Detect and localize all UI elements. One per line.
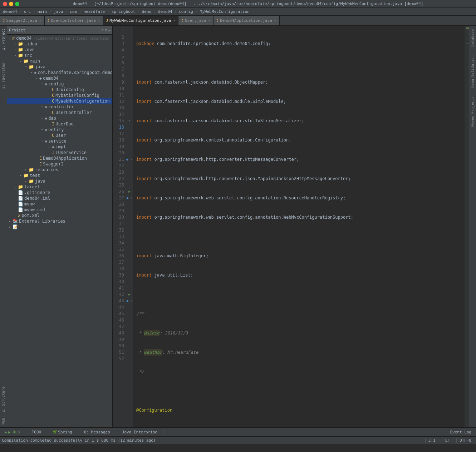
- tree-item-target[interactable]: ▸ 📁 target: [7, 184, 112, 190]
- tree-item-java[interactable]: ▾ 📁 java: [7, 64, 112, 70]
- tree-item-mvn[interactable]: ▸ 📁 .mvn: [7, 47, 112, 53]
- tab-close-icon[interactable]: ×: [274, 19, 276, 23]
- tree-item-main[interactable]: ▾ 📁 main: [7, 58, 112, 64]
- settings-icon[interactable]: ⚙: [105, 28, 107, 33]
- tree-item-iuserservice[interactable]: ▸ I IUserService: [7, 150, 112, 155]
- tree-item-mywebmvcconfiguration[interactable]: ▸ C MyWebMvcConfiguration: [7, 98, 112, 104]
- breadcrumb-demo[interactable]: demo: [141, 9, 153, 14]
- encoding: UTF-8: [456, 438, 474, 443]
- tree-item-external-libraries[interactable]: ▸ 📚 External Libraries: [7, 218, 112, 224]
- tree-item-package[interactable]: ▾ ◈ com.heardfate.springboot.demo: [7, 70, 112, 75]
- close-sidebar-icon[interactable]: —: [108, 28, 111, 33]
- enterprise-label: Java Enterprise: [122, 430, 157, 434]
- minimize-button[interactable]: [9, 2, 13, 6]
- tree-label: .gitignore: [24, 190, 50, 195]
- tree-item-gitignore[interactable]: ▸ 📄 .gitignore: [7, 190, 112, 195]
- tree-item-swagger2[interactable]: ▸ C Swagger2: [7, 161, 112, 167]
- breadcrumb-demo04-pkg[interactable]: demo04: [157, 9, 173, 14]
- expand-arrow: ▸: [48, 145, 52, 149]
- separator: [116, 429, 116, 435]
- tab-bar: J Swagger2.java × J UserController.java …: [0, 16, 476, 26]
- sync-icon[interactable]: ⟳: [100, 28, 104, 33]
- tree-item-mybatisplusconfig[interactable]: ▸ C MybatisPlusConfig: [7, 93, 112, 98]
- sidebar-tools: ⟳ ⚙ —: [100, 28, 111, 33]
- tree-item-src[interactable]: ▾ 📁 src: [7, 53, 112, 58]
- breadcrumb-java[interactable]: java: [53, 9, 64, 14]
- web-tab[interactable]: Web: [1, 415, 6, 427]
- bean-validation-tab[interactable]: Bean Validation: [471, 54, 475, 89]
- tree-item-demo04-pkg[interactable]: ▾ ◈ demo04: [7, 75, 112, 81]
- tree-item-entity[interactable]: ▾ ◈ entity: [7, 127, 112, 133]
- tree-item-controller[interactable]: ▾ ◈ controller: [7, 104, 112, 110]
- breadcrumb-demo04[interactable]: demo04: [2, 9, 18, 14]
- tab-mywebmvcconfiguration[interactable]: J MyWebMvcConfiguration.java ×: [103, 16, 179, 25]
- tab-usercontroller[interactable]: J UserController.java ×: [45, 16, 103, 25]
- error-mark: [466, 28, 469, 29]
- breadcrumb-main[interactable]: main: [36, 9, 48, 14]
- tree-item-dao[interactable]: ▾ ◈ dao: [7, 115, 112, 121]
- tree-item-demo04[interactable]: ▾ ◫ demo04 ~/IdeaProjects/springboot-dem…: [7, 35, 112, 41]
- tree-label: UserDao: [55, 121, 74, 126]
- event-log-tab[interactable]: Event Log: [447, 429, 474, 435]
- code-line: */: [136, 368, 461, 375]
- tree-item-idea[interactable]: ▸ 📁 .idea: [7, 41, 112, 47]
- code-editor[interactable]: 12345 678910 1112131415 1617181920 21222…: [113, 26, 469, 427]
- tree-item-user[interactable]: ▸ C User: [7, 133, 112, 138]
- tab-close-icon[interactable]: ×: [173, 19, 175, 23]
- structure-tab[interactable]: Z: Structure: [1, 384, 6, 415]
- tree-label: .idea: [24, 41, 37, 46]
- breadcrumb-config[interactable]: config: [178, 9, 194, 14]
- project-tab[interactable]: 1: Project: [1, 26, 6, 53]
- tree-item-mvnw-cmd[interactable]: ▸ 📄 mvnw.cmd: [7, 207, 112, 213]
- tree-item-druidconfig[interactable]: ▸ C DruidConfig: [7, 87, 112, 93]
- code-content[interactable]: package com.heardfate.springboot.demo.de…: [133, 26, 465, 427]
- breadcrumb-src[interactable]: src: [23, 9, 32, 14]
- expand-arrow: ▾: [41, 128, 45, 131]
- package-icon: ◈: [39, 76, 42, 81]
- tree-item-usercontroller[interactable]: ▸ C UserController: [7, 110, 112, 115]
- warning-mark: [466, 44, 469, 44]
- favorites-tab[interactable]: 2: Favorites: [1, 60, 6, 91]
- maven-projects-tab[interactable]: Maven Projects: [471, 95, 475, 128]
- spring-tab[interactable]: 🌿 Spring: [50, 429, 75, 435]
- folder-icon: 📁: [18, 41, 23, 46]
- run-tab[interactable]: ▶ ▶ Run: [2, 429, 23, 435]
- tab-close-icon[interactable]: ×: [208, 19, 211, 23]
- code-line: package com.heardfate.springboot.demo.de…: [136, 40, 461, 47]
- expand-arrow: ▸: [25, 179, 29, 183]
- tree-item-resources[interactable]: ▸ 📁 resources: [7, 167, 112, 173]
- todo-tab[interactable]: TODO: [29, 429, 44, 435]
- tree-item-test[interactable]: ▾ 📁 test: [7, 173, 112, 178]
- enterprise-tab[interactable]: Java Enterprise: [119, 429, 160, 435]
- tree-item-service[interactable]: ▾ ◈ service: [7, 138, 112, 144]
- breadcrumb-heardfate[interactable]: heardfate: [83, 9, 106, 14]
- maximize-button[interactable]: [15, 2, 19, 6]
- tab-user[interactable]: J User.java ×: [178, 16, 214, 25]
- breadcrumb-springboot[interactable]: springboot: [111, 9, 136, 14]
- tree-item-scratches[interactable]: ▸ 📝: [7, 224, 112, 230]
- tree-item-mvnw[interactable]: ▸ 📄 mvnw: [7, 201, 112, 207]
- tree-item-demo04-iml[interactable]: ▸ 📄 demo04.iml: [7, 195, 112, 201]
- code-line: [136, 291, 461, 298]
- messages-tab[interactable]: 0: Messages: [81, 429, 113, 435]
- messages-label: 0: Messages: [84, 430, 110, 434]
- tree-item-config[interactable]: ▾ ◈ config: [7, 81, 112, 87]
- tree-item-pom[interactable]: ▸ ✗ pom.xml: [7, 213, 112, 218]
- expand-arrow: ▾: [9, 36, 13, 40]
- breadcrumb-com[interactable]: com: [69, 9, 78, 14]
- tab-close-icon[interactable]: ×: [39, 19, 41, 23]
- tab-swagger2[interactable]: J Swagger2.java ×: [0, 16, 45, 25]
- todo-label: TODO: [32, 430, 41, 434]
- tree-item-demo04application[interactable]: ▸ C Demo04Application: [7, 155, 112, 161]
- breadcrumb-class[interactable]: MyWebMvcConfiguration: [199, 9, 251, 14]
- database-tab[interactable]: Database: [471, 28, 475, 48]
- expand-arrow: ▾: [36, 76, 39, 80]
- tree-item-impl[interactable]: ▸ ◈ impl: [7, 144, 112, 150]
- close-button[interactable]: [3, 2, 7, 6]
- tree-item-userdao[interactable]: ▸ I UserDao: [7, 121, 112, 127]
- tab-close-icon[interactable]: ×: [98, 19, 100, 23]
- separator: [47, 429, 47, 435]
- scratches-icon: 📝: [13, 224, 18, 229]
- tree-item-java-test[interactable]: ▸ 📁 java: [7, 178, 112, 184]
- tab-demo04application[interactable]: J Demo04Application.java ×: [214, 16, 280, 25]
